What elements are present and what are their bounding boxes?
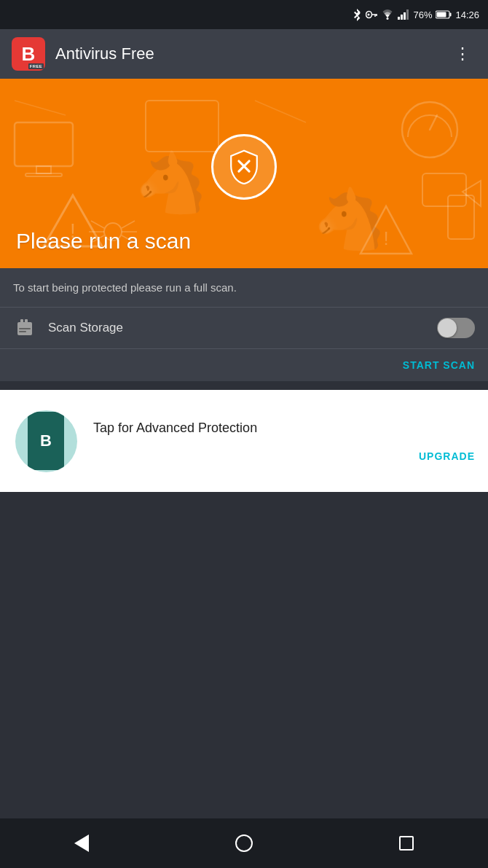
svg-rect-42 bbox=[19, 328, 31, 329]
recents-icon bbox=[399, 836, 414, 851]
svg-rect-8 bbox=[404, 12, 406, 20]
svg-rect-6 bbox=[398, 17, 400, 20]
hero-banner: ! 🐴 ! 🐴 bbox=[0, 79, 488, 268]
upgrade-content: Tap for Advanced Protection UPGRADE bbox=[93, 421, 475, 462]
scan-storage-toggle[interactable] bbox=[437, 318, 475, 338]
svg-line-23 bbox=[122, 221, 135, 228]
content-card: To start being protected please run a fu… bbox=[0, 268, 488, 381]
hero-headline: Please run a scan bbox=[16, 229, 191, 254]
upgrade-logo-letter: B bbox=[40, 431, 52, 450]
home-icon bbox=[235, 834, 253, 852]
toggle-knob bbox=[438, 318, 457, 337]
status-bar: 76% 14:26 bbox=[0, 0, 488, 29]
start-scan-row: START SCAN bbox=[0, 349, 488, 381]
shield-circle bbox=[211, 134, 277, 200]
upgrade-icon: B bbox=[13, 404, 79, 477]
key-icon bbox=[366, 10, 377, 19]
bluetooth-icon bbox=[352, 8, 362, 21]
scan-storage-row: Scan Storage bbox=[0, 308, 488, 349]
signal-icon bbox=[398, 9, 409, 20]
app-logo: B FREE bbox=[12, 37, 45, 71]
svg-rect-11 bbox=[450, 13, 452, 17]
svg-rect-34 bbox=[146, 101, 219, 152]
svg-line-27 bbox=[430, 115, 437, 130]
svg-rect-17 bbox=[25, 173, 62, 176]
logo-free-badge: FREE bbox=[28, 63, 44, 69]
back-icon bbox=[74, 834, 89, 852]
svg-rect-9 bbox=[406, 9, 409, 20]
svg-rect-16 bbox=[36, 166, 51, 173]
svg-rect-43 bbox=[19, 331, 26, 332]
svg-marker-29 bbox=[463, 181, 481, 206]
battery-icon bbox=[436, 10, 452, 19]
storage-icon bbox=[13, 318, 36, 338]
bottom-nav bbox=[0, 818, 488, 868]
svg-line-35 bbox=[15, 101, 66, 115]
svg-rect-33 bbox=[448, 195, 474, 239]
sd-card-icon bbox=[15, 318, 35, 338]
app-title: Antivirus Free bbox=[55, 44, 449, 63]
svg-rect-28 bbox=[422, 173, 466, 206]
upgrade-button-row: UPGRADE bbox=[93, 450, 475, 462]
phone-graphic: B bbox=[28, 412, 64, 470]
svg-point-4 bbox=[368, 14, 370, 16]
svg-point-5 bbox=[387, 17, 389, 20]
home-button[interactable] bbox=[222, 821, 266, 865]
svg-rect-12 bbox=[437, 12, 446, 17]
battery-percent: 76% bbox=[413, 9, 432, 20]
svg-text:🐴: 🐴 bbox=[135, 148, 208, 217]
time-display: 14:26 bbox=[455, 9, 479, 20]
svg-text:🐴: 🐴 bbox=[313, 184, 386, 254]
svg-line-36 bbox=[255, 101, 306, 122]
shield-x-icon bbox=[227, 149, 261, 184]
svg-line-20 bbox=[91, 221, 104, 228]
svg-rect-7 bbox=[401, 15, 403, 20]
more-options-button[interactable]: ⋮ bbox=[449, 39, 476, 69]
back-button[interactable] bbox=[60, 821, 103, 865]
svg-rect-41 bbox=[25, 319, 28, 323]
card-description: To start being protected please run a fu… bbox=[0, 268, 488, 308]
start-scan-button[interactable]: START SCAN bbox=[403, 359, 475, 371]
logo-letter: B bbox=[22, 44, 36, 63]
upgrade-button[interactable]: UPGRADE bbox=[419, 450, 475, 462]
hero-shield bbox=[211, 134, 277, 200]
svg-rect-15 bbox=[15, 122, 73, 166]
app-bar: B FREE Antivirus Free ⋮ bbox=[0, 29, 488, 79]
wifi-icon bbox=[381, 9, 394, 20]
recents-button[interactable] bbox=[385, 821, 428, 865]
upgrade-logo-circle: B bbox=[15, 410, 77, 472]
upgrade-text: Tap for Advanced Protection bbox=[93, 421, 475, 436]
svg-rect-40 bbox=[20, 319, 23, 324]
status-icons: 76% 14:26 bbox=[352, 8, 479, 21]
upgrade-card[interactable]: B Tap for Advanced Protection UPGRADE bbox=[0, 390, 488, 492]
scan-storage-label: Scan Storage bbox=[48, 321, 437, 335]
